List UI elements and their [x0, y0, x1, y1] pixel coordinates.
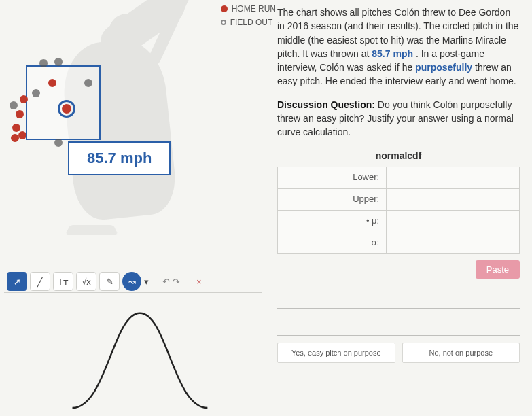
field-out-swatch-icon — [221, 20, 226, 25]
purposefully-emphasis: purposefully — [415, 62, 472, 73]
content-panel: The chart shows all pitches Colón threw … — [272, 0, 532, 416]
tool-arrow-button[interactable]: ➚ — [7, 272, 27, 291]
pitch-dot — [54, 58, 63, 66]
speed-emphasis: 85.7 mph — [372, 48, 413, 59]
normal-curve-icon — [4, 293, 262, 411]
speed-callout: 85.7 mph — [68, 141, 171, 175]
pitch-dot — [54, 139, 63, 147]
pitch-dot — [18, 131, 26, 139]
upper-input-cell[interactable] — [387, 188, 520, 210]
pitch-dot — [16, 110, 24, 118]
discussion-question: Discussion Question: Do you think Colón … — [277, 98, 520, 139]
legend-field-out: FIELD OUT — [230, 18, 273, 27]
graph-toolbar: ➚ ╱ Tᴛ √x ✎ ↝ ▾ ↶ ↷ × — [7, 272, 205, 291]
normalcdf-title: normalcdf — [277, 149, 520, 162]
answer-input-2[interactable] — [277, 315, 520, 335]
table-row: Lower: — [278, 167, 520, 188]
pencil-icon: ✎ — [106, 277, 113, 287]
close-button[interactable]: × — [194, 277, 205, 287]
lower-input-cell[interactable] — [387, 167, 520, 188]
normalcdf-table: Lower: Upper: • μ: σ: — [277, 167, 520, 254]
arrow-icon: ➚ — [14, 277, 21, 287]
upper-label: Upper: — [278, 188, 387, 210]
pitch-dot — [84, 79, 92, 87]
sigma-label: σ: — [278, 232, 387, 254]
pitch-chart-panel: HOME RUN FIELD OUT 85.7 mph — [0, 0, 272, 416]
line-icon: ╱ — [37, 277, 43, 287]
table-row: • μ: — [278, 210, 520, 232]
tool-line-button[interactable]: ╱ — [30, 272, 50, 291]
answer-line-2[interactable] — [277, 315, 520, 336]
choice-yes-button[interactable]: Yes, easy pitch on purpose — [277, 343, 395, 363]
tool-draw-button[interactable]: ✎ — [99, 272, 120, 291]
tool-dropdown[interactable]: ▾ — [144, 277, 149, 287]
curve-icon: ↝ — [128, 277, 136, 287]
sqrt-icon: √x — [82, 277, 91, 287]
table-row: σ: — [278, 232, 520, 254]
tool-text-button[interactable]: Tᴛ — [53, 272, 73, 291]
redo-button[interactable]: ↷ — [173, 277, 180, 287]
paste-button[interactable]: Paste — [476, 260, 520, 279]
text-icon: Tᴛ — [58, 277, 69, 287]
mu-label: • μ: — [278, 210, 387, 232]
answer-input-1[interactable] — [277, 288, 520, 308]
undo-button[interactable]: ↶ — [162, 277, 170, 287]
lower-label: Lower: — [278, 167, 387, 188]
choice-buttons: Yes, easy pitch on purpose No, not on pu… — [277, 343, 520, 363]
home-run-swatch-icon — [221, 5, 228, 12]
legend-home-run: HOME RUN — [232, 4, 276, 14]
description-paragraph: The chart shows all pitches Colón threw … — [277, 5, 520, 88]
normal-curve-canvas[interactable] — [4, 292, 262, 411]
pitch-dot — [10, 101, 18, 109]
discussion-heading: Discussion Question: — [277, 99, 375, 110]
pitch-dot — [48, 79, 56, 87]
sigma-input-cell[interactable] — [387, 232, 520, 254]
mu-input-cell[interactable] — [387, 210, 520, 232]
pitch-dot — [32, 89, 40, 97]
strike-zone — [26, 65, 101, 140]
pitch-dot — [11, 134, 19, 142]
pitch-dot — [12, 124, 20, 132]
tool-sqrt-button[interactable]: √x — [76, 272, 96, 291]
pitch-legend: HOME RUN FIELD OUT — [221, 4, 276, 31]
answer-line-1[interactable] — [277, 288, 520, 309]
table-row: Upper: — [278, 188, 520, 210]
pitch-dot — [39, 59, 48, 67]
choice-no-button[interactable]: No, not on purpose — [402, 343, 520, 363]
pitch-highlighted[interactable] — [62, 104, 71, 114]
tool-curve-button[interactable]: ↝ — [122, 272, 141, 291]
